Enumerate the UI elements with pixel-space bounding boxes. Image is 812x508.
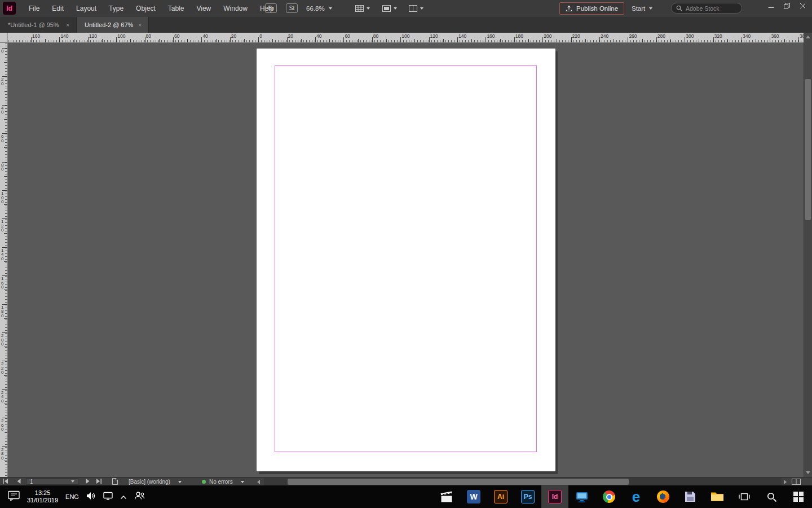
firefox-app-icon [657, 491, 669, 503]
chrome-app-icon [603, 491, 615, 503]
indesign-app-icon: Id [548, 490, 562, 503]
chevron-down-icon [329, 7, 332, 10]
scroll-up-arrow[interactable] [806, 36, 810, 38]
ruler-origin-corner[interactable] [0, 33, 8, 43]
horizontal-scrollbar[interactable] [264, 478, 782, 485]
chevron-down-icon [420, 7, 423, 10]
volume-icon[interactable] [86, 492, 96, 502]
last-page-button[interactable] [96, 479, 102, 485]
menu-type[interactable]: Type [103, 5, 130, 12]
minimize-button[interactable] [763, 0, 779, 12]
indesign-logo-icon: Id [3, 2, 16, 15]
preflight-menu-icon[interactable] [112, 478, 118, 486]
photoshop-app-icon: Ps [521, 490, 535, 503]
menu-window[interactable]: Window [217, 5, 254, 12]
tray-expand-icon[interactable] [120, 492, 127, 502]
taskbar-button-firefox[interactable] [650, 485, 677, 508]
task-view-icon [739, 492, 750, 502]
page-number-dropdown[interactable]: 1 [26, 478, 78, 485]
screen-mode-icon [382, 5, 391, 12]
chevron-down-icon [71, 480, 74, 483]
zoom-level-dropdown[interactable]: 66.8% [306, 0, 332, 17]
view-options-icon [355, 5, 364, 12]
taskbar-button-chrome[interactable] [595, 485, 623, 508]
preflight-status-dropdown[interactable]: No errors [202, 478, 244, 486]
start-workspace-dropdown[interactable]: Start [632, 0, 652, 17]
first-page-button[interactable] [2, 479, 8, 485]
close-button[interactable] [795, 0, 810, 12]
vertical-ruler[interactable]: 02 04 06 08 01 0 01 2 01 4 01 6 01 8 02 … [0, 43, 8, 477]
horizontal-scrollbar-thumb[interactable] [288, 479, 629, 485]
windows-start-icon [793, 492, 804, 502]
bridge-button[interactable]: Br [265, 3, 277, 13]
window-controls [763, 0, 810, 12]
horizontal-ruler[interactable]: 1601401201008060402002040608010012014016… [0, 33, 804, 43]
indesign-window: Id FileEditLayoutTypeObjectTableViewWind… [0, 0, 812, 508]
clock-date: 31/01/2019 [27, 497, 58, 504]
taskbar-button-movies[interactable] [433, 485, 460, 508]
previous-page-button[interactable] [17, 479, 21, 485]
monitor-app-icon [576, 491, 588, 503]
movies-app-icon [440, 491, 453, 503]
vertical-scrollbar-thumb[interactable] [805, 79, 811, 220]
tab-untitled-2[interactable]: Untitled-2 @ 67% × [77, 17, 149, 33]
system-tray: 13:25 31/01/2019 ENG [8, 485, 145, 508]
zoom-value: 66.8% [306, 5, 325, 12]
menu-file[interactable]: File [23, 5, 46, 12]
adobe-stock-search-input[interactable]: Adobe Stock [671, 3, 742, 14]
taskbar-button-file-explorer[interactable] [704, 485, 731, 508]
pasteboard[interactable] [8, 43, 804, 477]
preflight-profile-dropdown[interactable]: [Basic] (working) [129, 478, 182, 486]
taskbar-button-search[interactable] [758, 485, 785, 508]
search-icon [766, 492, 777, 502]
scroll-down-arrow[interactable] [806, 471, 810, 474]
taskbar-button-monitor[interactable] [568, 485, 595, 508]
tab-untitled-1[interactable]: *Untitled-1 @ 95% × [0, 17, 77, 33]
taskbar-button-illustrator[interactable]: Ai [487, 485, 514, 508]
menu-view[interactable]: View [190, 5, 217, 12]
taskbar-clock[interactable]: 13:25 31/01/2019 [27, 489, 58, 504]
word-app-icon: W [467, 490, 480, 503]
stock-button[interactable]: St [286, 3, 298, 13]
network-icon[interactable] [103, 492, 113, 502]
vertical-scrollbar[interactable] [804, 33, 812, 477]
chevron-down-icon [367, 7, 370, 10]
taskbar-button-edge[interactable]: e [623, 485, 650, 508]
taskbar-button-photoshop[interactable]: Ps [514, 485, 541, 508]
start-label: Start [632, 5, 645, 12]
tab-label: *Untitled-1 @ 95% [8, 21, 59, 28]
arrange-documents-dropdown[interactable] [409, 0, 423, 17]
menu-edit[interactable]: Edit [46, 5, 70, 12]
status-bar: 1 [Basic] (working) No errors [0, 477, 812, 485]
taskbar-button-word[interactable]: W [460, 485, 487, 508]
view-options-dropdown[interactable] [355, 0, 370, 17]
document-page[interactable] [257, 49, 555, 471]
next-page-button[interactable] [86, 479, 90, 485]
taskbar-button-indesign[interactable]: Id [541, 485, 568, 508]
edge-app-icon: e [632, 489, 640, 504]
taskbar-button-windows-start[interactable] [785, 485, 812, 508]
windows-taskbar: 13:25 31/01/2019 ENG WAiPsIde [0, 485, 812, 508]
chevron-down-icon [394, 7, 397, 10]
taskbar-button-save[interactable] [677, 485, 704, 508]
screen-mode-dropdown[interactable] [382, 0, 397, 17]
menu-table[interactable]: Table [162, 5, 191, 12]
taskbar-button-task-view[interactable] [731, 485, 758, 508]
close-icon[interactable]: × [138, 22, 142, 28]
scroll-left-arrow[interactable] [257, 480, 260, 484]
scroll-right-arrow[interactable] [784, 480, 787, 484]
menu-layout[interactable]: Layout [70, 5, 103, 12]
language-indicator[interactable]: ENG [65, 493, 79, 500]
search-icon [676, 5, 682, 11]
upload-icon [566, 5, 572, 12]
save-app-icon [685, 491, 696, 502]
close-icon[interactable]: × [66, 22, 69, 28]
people-icon[interactable] [134, 491, 145, 502]
menu-object[interactable]: Object [130, 5, 162, 12]
taskbar-apps: WAiPsIde [433, 485, 812, 508]
margin-guides [275, 65, 537, 452]
restore-button[interactable] [779, 0, 795, 12]
action-center-icon[interactable] [8, 491, 20, 503]
tab-label: Untitled-2 @ 67% [85, 21, 133, 28]
publish-online-button[interactable]: Publish Online [559, 2, 624, 15]
